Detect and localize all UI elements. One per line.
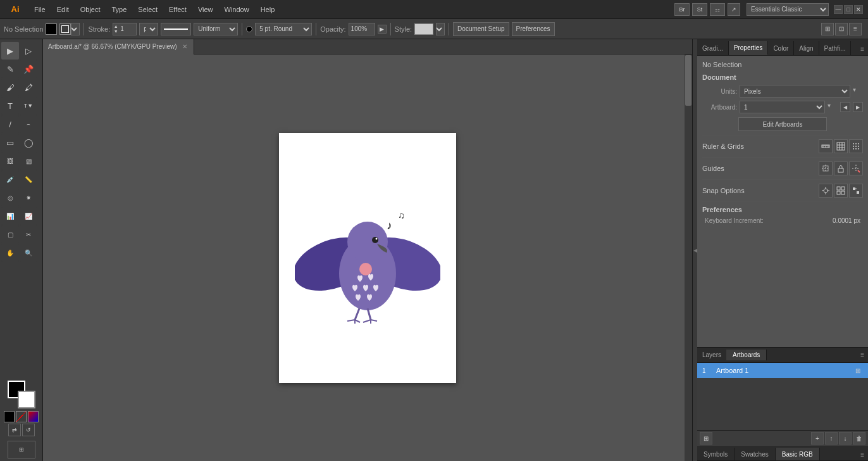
artboard-full-btn[interactable]: ⊞ bbox=[700, 432, 712, 445]
panel-menu-btn[interactable]: ≡ bbox=[857, 43, 868, 55]
share-btn[interactable]: ↗ bbox=[728, 3, 740, 16]
menu-window[interactable]: Window bbox=[220, 3, 254, 16]
column-chart-tool[interactable]: 📊 bbox=[1, 207, 19, 225]
pen-tool[interactable]: ✎ bbox=[1, 60, 19, 78]
close-btn[interactable]: ✕ bbox=[854, 5, 863, 14]
snap-grid-btn[interactable] bbox=[834, 184, 848, 198]
artboards-tab-btn[interactable]: Artboards bbox=[726, 350, 767, 360]
menu-effect[interactable]: Effect bbox=[164, 3, 192, 16]
style-select[interactable]: ▾ bbox=[436, 23, 445, 35]
tab-align[interactable]: Align bbox=[794, 41, 819, 55]
edit-artboards-btn[interactable]: Edit Artboards bbox=[738, 117, 827, 131]
curvature-tool[interactable]: 📌 bbox=[20, 60, 37, 78]
artboard-tool[interactable]: ▢ bbox=[1, 225, 19, 243]
document-tab[interactable]: Artboard.ai* @ 66.67% (CMYK/GPU Preview)… bbox=[43, 39, 194, 54]
symbol-tool[interactable]: ✷ bbox=[20, 189, 37, 206]
artboards-panel-menu[interactable]: ≡ bbox=[857, 350, 868, 360]
stroke-swatch[interactable] bbox=[59, 23, 71, 35]
dotgrid-btn[interactable] bbox=[849, 139, 863, 153]
menu-select[interactable]: Select bbox=[133, 3, 163, 16]
eyedropper-tool[interactable]: 💉 bbox=[1, 170, 19, 188]
fill-swatch[interactable] bbox=[46, 23, 57, 35]
paintbucket-tool[interactable]: 🖼 bbox=[1, 152, 19, 170]
more-options-btn[interactable]: ≡ bbox=[849, 23, 862, 35]
menu-type[interactable]: Type bbox=[107, 3, 132, 16]
library-btn[interactable]: ⚏ bbox=[710, 3, 725, 16]
fill-type-select[interactable]: ▾ bbox=[71, 23, 80, 35]
document-tab-close[interactable]: ✕ bbox=[181, 43, 189, 51]
artboard-delete-btn[interactable]: 🗑 bbox=[853, 432, 865, 445]
menu-help[interactable]: Help bbox=[256, 3, 280, 16]
brush-select[interactable]: 5 pt. Round bbox=[255, 23, 312, 35]
document-setup-btn[interactable]: Document Setup bbox=[453, 22, 509, 36]
opacity-more-btn[interactable]: ▶ bbox=[378, 25, 387, 34]
selection-tool[interactable]: ▶ bbox=[1, 42, 19, 60]
v-scrollbar[interactable] bbox=[685, 54, 692, 461]
stroke-unit-select[interactable]: pt bbox=[139, 23, 158, 35]
blob-brush-tool[interactable]: 🖍 bbox=[20, 79, 37, 96]
swatches-panel-menu[interactable]: ≡ bbox=[857, 450, 868, 460]
swatches-tab[interactable]: Swatches bbox=[735, 448, 775, 460]
hand-tool[interactable]: ✋ bbox=[1, 244, 19, 262]
workspace-select[interactable]: Essentials Classic bbox=[747, 3, 829, 16]
slice-tool[interactable]: ✂ bbox=[20, 225, 37, 243]
artboard[interactable]: ♪ ♫ bbox=[279, 133, 456, 383]
rect-tool[interactable]: ▭ bbox=[1, 134, 19, 151]
artboard-edit-btn[interactable]: ⊞ bbox=[8, 441, 35, 458]
snap-pixel-btn[interactable] bbox=[849, 184, 863, 198]
area-type-tool[interactable]: T▼ bbox=[20, 97, 37, 115]
artboard-list-item[interactable]: 1 Artboard 1 ⊞ bbox=[697, 363, 868, 378]
snap-point-btn[interactable] bbox=[819, 184, 833, 198]
menu-view[interactable]: View bbox=[193, 3, 218, 16]
panel-collapse-handle[interactable]: ◀ bbox=[692, 39, 697, 461]
preferences-btn[interactable]: Preferences bbox=[512, 22, 555, 36]
black-swatch[interactable] bbox=[4, 411, 15, 422]
transform-btn[interactable]: ⊡ bbox=[835, 23, 848, 35]
artboard-down-btn[interactable]: ↓ bbox=[839, 432, 852, 445]
line-tool[interactable]: / bbox=[1, 115, 19, 133]
basic-rgb-tab[interactable]: Basic RGB bbox=[776, 448, 820, 460]
stroke-value-input[interactable] bbox=[118, 23, 136, 35]
layers-tab-btn[interactable]: Layers bbox=[697, 350, 726, 360]
artboard-up-btn[interactable]: ↑ bbox=[825, 432, 838, 445]
tab-gradient[interactable]: Gradi... bbox=[697, 41, 729, 55]
bar-chart-tool[interactable]: 📈 bbox=[20, 207, 37, 225]
tab-properties[interactable]: Properties bbox=[729, 41, 769, 55]
measure-tool[interactable]: 📏 bbox=[20, 170, 37, 188]
menu-file[interactable]: File bbox=[29, 3, 51, 16]
type-tool[interactable]: T bbox=[1, 97, 19, 115]
ellipse-tool[interactable]: ◯ bbox=[20, 134, 37, 151]
background-swatch[interactable] bbox=[18, 391, 35, 408]
artboard-tool-btn-bottom[interactable]: ⊞ bbox=[1, 441, 41, 458]
maximize-btn[interactable]: □ bbox=[844, 5, 853, 14]
stock-btn[interactable]: St bbox=[692, 3, 707, 16]
symbols-tab[interactable]: Symbols bbox=[697, 448, 735, 460]
arrange-btn[interactable]: ⊞ bbox=[821, 23, 834, 35]
gradient-swatch[interactable] bbox=[28, 411, 39, 422]
grid-btn[interactable] bbox=[834, 139, 848, 153]
bridge-btn[interactable]: Br bbox=[674, 3, 690, 16]
scroll-thumb[interactable] bbox=[685, 55, 691, 106]
paintbrush-tool[interactable]: 🖌 bbox=[1, 79, 19, 96]
menu-object[interactable]: Object bbox=[75, 3, 106, 16]
none-swatch[interactable] bbox=[16, 411, 27, 422]
gradient-tool[interactable]: ▧ bbox=[20, 152, 37, 170]
stroke-spinner[interactable]: ▲ ▼ bbox=[113, 24, 118, 34]
guides-lock-btn[interactable] bbox=[834, 161, 848, 175]
opacity-input[interactable] bbox=[349, 23, 375, 35]
ruler-btn[interactable] bbox=[819, 139, 833, 153]
stroke-profile-select[interactable]: Uniform bbox=[194, 23, 238, 35]
artboard-prev-btn[interactable]: ◀ bbox=[840, 102, 850, 112]
tab-color[interactable]: Color bbox=[768, 41, 794, 55]
swap-colors-btn[interactable]: ⇄ bbox=[8, 424, 21, 436]
guides-clear-btn[interactable] bbox=[849, 161, 863, 175]
artboard-item-icon-btn[interactable]: ⊞ bbox=[853, 365, 863, 376]
minimize-btn[interactable]: — bbox=[834, 5, 843, 14]
artboard-next-btn[interactable]: ▶ bbox=[853, 102, 863, 112]
menu-edit[interactable]: Edit bbox=[52, 3, 74, 16]
arc-tool[interactable]: ⌢ bbox=[20, 115, 37, 133]
units-select[interactable]: Pixels bbox=[740, 85, 850, 98]
artboard-select[interactable]: 1 bbox=[740, 101, 825, 113]
default-colors-btn[interactable]: ↺ bbox=[22, 424, 35, 436]
zoom-tool[interactable]: 🔍 bbox=[20, 244, 37, 262]
